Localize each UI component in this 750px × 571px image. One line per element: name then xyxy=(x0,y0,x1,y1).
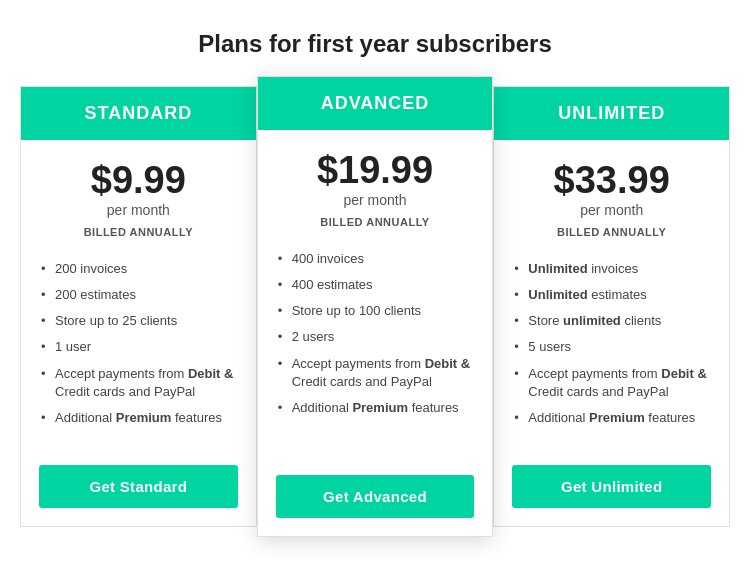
plan-title-unlimited: UNLIMITED xyxy=(558,103,665,123)
feature-item: Store unlimited clients xyxy=(512,308,711,334)
plans-container: STANDARD $9.99 per month BILLED ANNUALLY… xyxy=(20,86,730,527)
feature-item: 400 estimates xyxy=(276,272,475,298)
plan-footer-advanced: Get Advanced xyxy=(258,461,493,536)
plan-footer-standard: Get Standard xyxy=(21,451,256,526)
plan-period-unlimited: per month xyxy=(512,202,711,218)
plan-features-advanced: 400 invoices400 estimatesStore up to 100… xyxy=(276,246,475,441)
plan-card-advanced: ADVANCED $19.99 per month BILLED ANNUALL… xyxy=(257,76,494,537)
feature-item: Additional Premium features xyxy=(276,395,475,421)
page-title: Plans for first year subscribers xyxy=(198,30,551,58)
feature-item: Accept payments from Debit & Credit card… xyxy=(512,361,711,405)
feature-item: Accept payments from Debit & Credit card… xyxy=(39,361,238,405)
plan-price-unlimited: $33.99 xyxy=(512,160,711,202)
plan-header-standard: STANDARD xyxy=(21,87,256,140)
plan-period-advanced: per month xyxy=(276,192,475,208)
plan-billing-standard: BILLED ANNUALLY xyxy=(39,226,238,238)
feature-item: 2 users xyxy=(276,324,475,350)
plan-title-advanced: ADVANCED xyxy=(321,93,430,113)
feature-item: 400 invoices xyxy=(276,246,475,272)
plan-price-standard: $9.99 xyxy=(39,160,238,202)
feature-item: Unlimited estimates xyxy=(512,282,711,308)
plan-body-unlimited: $33.99 per month BILLED ANNUALLY Unlimit… xyxy=(494,140,729,451)
feature-item: Additional Premium features xyxy=(39,405,238,431)
plan-price-advanced: $19.99 xyxy=(276,150,475,192)
feature-item: 200 invoices xyxy=(39,256,238,282)
plan-body-advanced: $19.99 per month BILLED ANNUALLY 400 inv… xyxy=(258,130,493,461)
feature-item: Store up to 25 clients xyxy=(39,308,238,334)
plan-header-unlimited: UNLIMITED xyxy=(494,87,729,140)
plan-body-standard: $9.99 per month BILLED ANNUALLY 200 invo… xyxy=(21,140,256,451)
feature-item: Additional Premium features xyxy=(512,405,711,431)
plan-title-standard: STANDARD xyxy=(85,103,193,123)
plan-period-standard: per month xyxy=(39,202,238,218)
feature-item: 1 user xyxy=(39,334,238,360)
plan-button-standard[interactable]: Get Standard xyxy=(39,465,238,508)
plan-billing-unlimited: BILLED ANNUALLY xyxy=(512,226,711,238)
feature-item: 5 users xyxy=(512,334,711,360)
plan-card-unlimited: UNLIMITED $33.99 per month BILLED ANNUAL… xyxy=(493,86,730,527)
plan-button-advanced[interactable]: Get Advanced xyxy=(276,475,475,518)
plan-button-unlimited[interactable]: Get Unlimited xyxy=(512,465,711,508)
plan-footer-unlimited: Get Unlimited xyxy=(494,451,729,526)
feature-item: Accept payments from Debit & Credit card… xyxy=(276,351,475,395)
plan-header-advanced: ADVANCED xyxy=(258,77,493,130)
plan-card-standard: STANDARD $9.99 per month BILLED ANNUALLY… xyxy=(20,86,257,527)
plan-billing-advanced: BILLED ANNUALLY xyxy=(276,216,475,228)
plan-features-unlimited: Unlimited invoicesUnlimited estimatesSto… xyxy=(512,256,711,431)
feature-item: Store up to 100 clients xyxy=(276,298,475,324)
feature-item: Unlimited invoices xyxy=(512,256,711,282)
plan-features-standard: 200 invoices200 estimatesStore up to 25 … xyxy=(39,256,238,431)
feature-item: 200 estimates xyxy=(39,282,238,308)
